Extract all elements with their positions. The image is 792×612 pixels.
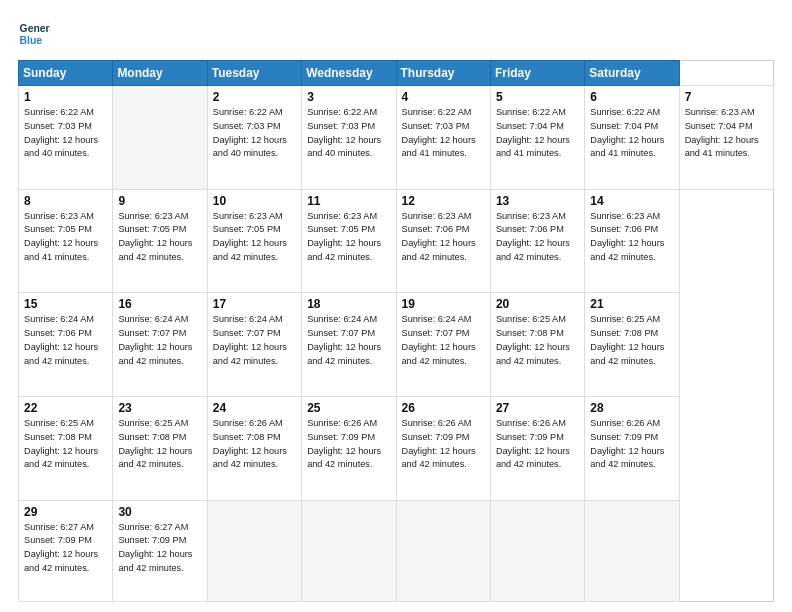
day-number: 2	[213, 90, 296, 104]
day-number: 12	[402, 194, 485, 208]
day-info: Sunrise: 6:24 AMSunset: 7:07 PMDaylight:…	[118, 313, 201, 368]
day-info: Sunrise: 6:22 AMSunset: 7:03 PMDaylight:…	[213, 106, 296, 161]
calendar-day-cell: 10Sunrise: 6:23 AMSunset: 7:05 PMDayligh…	[207, 189, 301, 293]
calendar-day-cell: 17Sunrise: 6:24 AMSunset: 7:07 PMDayligh…	[207, 293, 301, 397]
day-number: 8	[24, 194, 107, 208]
day-number: 30	[118, 505, 201, 519]
day-number: 22	[24, 401, 107, 415]
calendar-week-row: 29Sunrise: 6:27 AMSunset: 7:09 PMDayligh…	[19, 500, 774, 601]
day-number: 5	[496, 90, 579, 104]
calendar-day-cell: 19Sunrise: 6:24 AMSunset: 7:07 PMDayligh…	[396, 293, 490, 397]
calendar-day-cell: 9Sunrise: 6:23 AMSunset: 7:05 PMDaylight…	[113, 189, 207, 293]
day-info: Sunrise: 6:26 AMSunset: 7:09 PMDaylight:…	[496, 417, 579, 472]
calendar-day-cell: 5Sunrise: 6:22 AMSunset: 7:04 PMDaylight…	[490, 86, 584, 190]
calendar-day-cell: 30Sunrise: 6:27 AMSunset: 7:09 PMDayligh…	[113, 500, 207, 601]
calendar-day-cell: 14Sunrise: 6:23 AMSunset: 7:06 PMDayligh…	[585, 189, 679, 293]
day-number: 27	[496, 401, 579, 415]
calendar-day-cell: 15Sunrise: 6:24 AMSunset: 7:06 PMDayligh…	[19, 293, 113, 397]
day-number: 28	[590, 401, 673, 415]
calendar-header-cell: Sunday	[19, 61, 113, 86]
day-info: Sunrise: 6:22 AMSunset: 7:04 PMDaylight:…	[590, 106, 673, 161]
day-info: Sunrise: 6:25 AMSunset: 7:08 PMDaylight:…	[590, 313, 673, 368]
day-info: Sunrise: 6:24 AMSunset: 7:07 PMDaylight:…	[402, 313, 485, 368]
day-number: 17	[213, 297, 296, 311]
day-number: 26	[402, 401, 485, 415]
calendar-day-cell: 24Sunrise: 6:26 AMSunset: 7:08 PMDayligh…	[207, 396, 301, 500]
page: General Blue SundayMondayTuesdayWednesda…	[0, 0, 792, 612]
calendar-day-cell: 1Sunrise: 6:22 AMSunset: 7:03 PMDaylight…	[19, 86, 113, 190]
day-number: 7	[685, 90, 768, 104]
calendar-day-cell: 25Sunrise: 6:26 AMSunset: 7:09 PMDayligh…	[302, 396, 396, 500]
day-info: Sunrise: 6:25 AMSunset: 7:08 PMDaylight:…	[496, 313, 579, 368]
calendar-day-cell	[113, 86, 207, 190]
day-info: Sunrise: 6:27 AMSunset: 7:09 PMDaylight:…	[24, 521, 107, 576]
calendar-header-row: SundayMondayTuesdayWednesdayThursdayFrid…	[19, 61, 774, 86]
calendar-day-cell: 3Sunrise: 6:22 AMSunset: 7:03 PMDaylight…	[302, 86, 396, 190]
day-info: Sunrise: 6:26 AMSunset: 7:09 PMDaylight:…	[402, 417, 485, 472]
header: General Blue	[18, 18, 774, 50]
day-info: Sunrise: 6:25 AMSunset: 7:08 PMDaylight:…	[24, 417, 107, 472]
calendar-day-cell: 2Sunrise: 6:22 AMSunset: 7:03 PMDaylight…	[207, 86, 301, 190]
calendar-week-row: 15Sunrise: 6:24 AMSunset: 7:06 PMDayligh…	[19, 293, 774, 397]
day-number: 19	[402, 297, 485, 311]
calendar-day-cell	[207, 500, 301, 601]
day-info: Sunrise: 6:23 AMSunset: 7:04 PMDaylight:…	[685, 106, 768, 161]
calendar-day-cell: 22Sunrise: 6:25 AMSunset: 7:08 PMDayligh…	[19, 396, 113, 500]
day-info: Sunrise: 6:23 AMSunset: 7:05 PMDaylight:…	[213, 210, 296, 265]
calendar-day-cell	[302, 500, 396, 601]
day-number: 3	[307, 90, 390, 104]
calendar-day-cell: 29Sunrise: 6:27 AMSunset: 7:09 PMDayligh…	[19, 500, 113, 601]
day-info: Sunrise: 6:22 AMSunset: 7:03 PMDaylight:…	[402, 106, 485, 161]
day-number: 9	[118, 194, 201, 208]
day-info: Sunrise: 6:22 AMSunset: 7:03 PMDaylight:…	[24, 106, 107, 161]
day-info: Sunrise: 6:23 AMSunset: 7:05 PMDaylight:…	[118, 210, 201, 265]
day-info: Sunrise: 6:24 AMSunset: 7:06 PMDaylight:…	[24, 313, 107, 368]
day-info: Sunrise: 6:27 AMSunset: 7:09 PMDaylight:…	[118, 521, 201, 576]
logo-icon: General Blue	[18, 18, 50, 50]
calendar-day-cell: 6Sunrise: 6:22 AMSunset: 7:04 PMDaylight…	[585, 86, 679, 190]
calendar-day-cell: 18Sunrise: 6:24 AMSunset: 7:07 PMDayligh…	[302, 293, 396, 397]
day-number: 14	[590, 194, 673, 208]
svg-text:General: General	[20, 23, 50, 34]
day-number: 16	[118, 297, 201, 311]
calendar-header-cell: Thursday	[396, 61, 490, 86]
calendar-day-cell: 8Sunrise: 6:23 AMSunset: 7:05 PMDaylight…	[19, 189, 113, 293]
calendar-header-cell: Monday	[113, 61, 207, 86]
day-info: Sunrise: 6:22 AMSunset: 7:03 PMDaylight:…	[307, 106, 390, 161]
calendar-body: 1Sunrise: 6:22 AMSunset: 7:03 PMDaylight…	[19, 86, 774, 602]
calendar-header-cell: Saturday	[585, 61, 679, 86]
calendar-day-cell	[490, 500, 584, 601]
logo: General Blue	[18, 18, 54, 50]
day-number: 11	[307, 194, 390, 208]
day-number: 21	[590, 297, 673, 311]
day-info: Sunrise: 6:23 AMSunset: 7:05 PMDaylight:…	[24, 210, 107, 265]
svg-text:Blue: Blue	[20, 35, 43, 46]
calendar-table: SundayMondayTuesdayWednesdayThursdayFrid…	[18, 60, 774, 602]
calendar-header-cell: Friday	[490, 61, 584, 86]
calendar-day-cell: 13Sunrise: 6:23 AMSunset: 7:06 PMDayligh…	[490, 189, 584, 293]
day-info: Sunrise: 6:26 AMSunset: 7:09 PMDaylight:…	[590, 417, 673, 472]
day-info: Sunrise: 6:22 AMSunset: 7:04 PMDaylight:…	[496, 106, 579, 161]
calendar-day-cell: 12Sunrise: 6:23 AMSunset: 7:06 PMDayligh…	[396, 189, 490, 293]
day-info: Sunrise: 6:23 AMSunset: 7:06 PMDaylight:…	[496, 210, 579, 265]
calendar-day-cell: 21Sunrise: 6:25 AMSunset: 7:08 PMDayligh…	[585, 293, 679, 397]
day-number: 29	[24, 505, 107, 519]
day-info: Sunrise: 6:26 AMSunset: 7:08 PMDaylight:…	[213, 417, 296, 472]
day-info: Sunrise: 6:26 AMSunset: 7:09 PMDaylight:…	[307, 417, 390, 472]
calendar-day-cell: 26Sunrise: 6:26 AMSunset: 7:09 PMDayligh…	[396, 396, 490, 500]
day-number: 6	[590, 90, 673, 104]
day-number: 18	[307, 297, 390, 311]
calendar-day-cell: 27Sunrise: 6:26 AMSunset: 7:09 PMDayligh…	[490, 396, 584, 500]
day-info: Sunrise: 6:25 AMSunset: 7:08 PMDaylight:…	[118, 417, 201, 472]
day-info: Sunrise: 6:23 AMSunset: 7:06 PMDaylight:…	[590, 210, 673, 265]
calendar-header-cell: Tuesday	[207, 61, 301, 86]
day-number: 25	[307, 401, 390, 415]
calendar-day-cell	[396, 500, 490, 601]
day-number: 20	[496, 297, 579, 311]
day-info: Sunrise: 6:23 AMSunset: 7:06 PMDaylight:…	[402, 210, 485, 265]
day-number: 15	[24, 297, 107, 311]
calendar-day-cell: 4Sunrise: 6:22 AMSunset: 7:03 PMDaylight…	[396, 86, 490, 190]
day-number: 1	[24, 90, 107, 104]
calendar-day-cell: 16Sunrise: 6:24 AMSunset: 7:07 PMDayligh…	[113, 293, 207, 397]
day-info: Sunrise: 6:23 AMSunset: 7:05 PMDaylight:…	[307, 210, 390, 265]
